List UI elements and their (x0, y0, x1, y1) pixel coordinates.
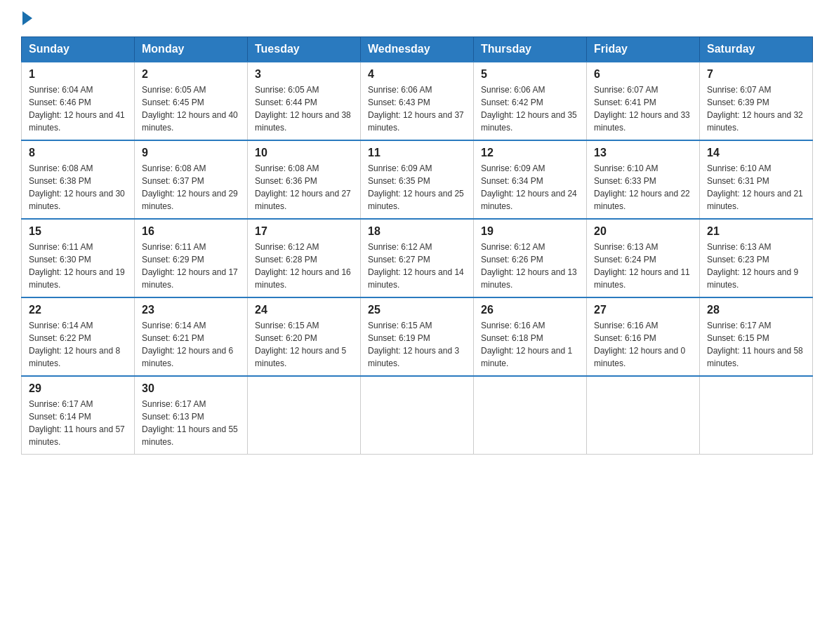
calendar-cell: 29 Sunrise: 6:17 AMSunset: 6:14 PMDaylig… (22, 376, 135, 455)
calendar-cell: 30 Sunrise: 6:17 AMSunset: 6:13 PMDaylig… (135, 376, 248, 455)
calendar-cell: 24 Sunrise: 6:15 AMSunset: 6:20 PMDaylig… (248, 297, 361, 376)
weekday-header-tuesday: Tuesday (248, 37, 361, 62)
day-info: Sunrise: 6:05 AMSunset: 6:44 PMDaylight:… (255, 83, 353, 134)
day-number: 8 (29, 147, 127, 159)
weekday-header-sunday: Sunday (22, 37, 135, 62)
day-number: 25 (368, 304, 466, 316)
calendar-cell: 19 Sunrise: 6:12 AMSunset: 6:26 PMDaylig… (474, 219, 587, 297)
day-number: 12 (481, 147, 579, 159)
calendar-cell: 4 Sunrise: 6:06 AMSunset: 6:43 PMDayligh… (361, 62, 474, 140)
day-info: Sunrise: 6:12 AMSunset: 6:27 PMDaylight:… (368, 241, 466, 291)
calendar-cell: 15 Sunrise: 6:11 AMSunset: 6:30 PMDaylig… (22, 219, 135, 297)
day-info: Sunrise: 6:12 AMSunset: 6:26 PMDaylight:… (481, 241, 579, 291)
day-number: 2 (142, 68, 240, 81)
calendar-cell: 12 Sunrise: 6:09 AMSunset: 6:34 PMDaylig… (474, 140, 587, 219)
calendar-cell: 28 Sunrise: 6:17 AMSunset: 6:15 PMDaylig… (700, 297, 813, 376)
calendar-cell: 18 Sunrise: 6:12 AMSunset: 6:27 PMDaylig… (361, 219, 474, 297)
day-number: 28 (707, 304, 805, 316)
day-info: Sunrise: 6:09 AMSunset: 6:34 PMDaylight:… (481, 162, 579, 213)
day-info: Sunrise: 6:17 AMSunset: 6:15 PMDaylight:… (707, 319, 805, 370)
calendar-cell: 6 Sunrise: 6:07 AMSunset: 6:41 PMDayligh… (587, 62, 700, 140)
day-info: Sunrise: 6:14 AMSunset: 6:22 PMDaylight:… (29, 319, 127, 370)
day-number: 10 (255, 147, 353, 159)
day-info: Sunrise: 6:13 AMSunset: 6:23 PMDaylight:… (707, 241, 805, 291)
day-info: Sunrise: 6:06 AMSunset: 6:43 PMDaylight:… (368, 83, 466, 134)
day-info: Sunrise: 6:08 AMSunset: 6:37 PMDaylight:… (142, 162, 240, 213)
day-number: 1 (29, 68, 127, 81)
day-number: 17 (255, 225, 353, 238)
calendar-cell: 7 Sunrise: 6:07 AMSunset: 6:39 PMDayligh… (700, 62, 813, 140)
calendar-week-row-4: 22 Sunrise: 6:14 AMSunset: 6:22 PMDaylig… (22, 297, 813, 376)
calendar-cell: 1 Sunrise: 6:04 AMSunset: 6:46 PMDayligh… (22, 62, 135, 140)
day-number: 21 (707, 225, 805, 238)
day-number: 27 (594, 304, 692, 316)
weekday-header-wednesday: Wednesday (361, 37, 474, 62)
calendar-week-row-5: 29 Sunrise: 6:17 AMSunset: 6:14 PMDaylig… (22, 376, 813, 455)
calendar-cell: 9 Sunrise: 6:08 AMSunset: 6:37 PMDayligh… (135, 140, 248, 219)
day-number: 3 (255, 68, 353, 81)
calendar-week-row-3: 15 Sunrise: 6:11 AMSunset: 6:30 PMDaylig… (22, 219, 813, 297)
day-info: Sunrise: 6:14 AMSunset: 6:21 PMDaylight:… (142, 319, 240, 370)
weekday-header-friday: Friday (587, 37, 700, 62)
day-number: 13 (594, 147, 692, 159)
weekday-header-row: SundayMondayTuesdayWednesdayThursdayFrid… (22, 37, 813, 62)
day-info: Sunrise: 6:15 AMSunset: 6:19 PMDaylight:… (368, 319, 466, 370)
calendar-cell: 14 Sunrise: 6:10 AMSunset: 6:31 PMDaylig… (700, 140, 813, 219)
calendar-cell: 26 Sunrise: 6:16 AMSunset: 6:18 PMDaylig… (474, 297, 587, 376)
day-info: Sunrise: 6:10 AMSunset: 6:33 PMDaylight:… (594, 162, 692, 213)
day-number: 14 (707, 147, 805, 159)
day-number: 11 (368, 147, 466, 159)
calendar-cell: 22 Sunrise: 6:14 AMSunset: 6:22 PMDaylig… (22, 297, 135, 376)
day-number: 18 (368, 225, 466, 238)
day-info: Sunrise: 6:17 AMSunset: 6:14 PMDaylight:… (29, 398, 127, 448)
logo (21, 14, 32, 22)
calendar-cell: 20 Sunrise: 6:13 AMSunset: 6:24 PMDaylig… (587, 219, 700, 297)
weekday-header-thursday: Thursday (474, 37, 587, 62)
calendar-cell: 27 Sunrise: 6:16 AMSunset: 6:16 PMDaylig… (587, 297, 700, 376)
day-number: 22 (29, 304, 127, 316)
calendar-cell: 25 Sunrise: 6:15 AMSunset: 6:19 PMDaylig… (361, 297, 474, 376)
day-number: 23 (142, 304, 240, 316)
day-info: Sunrise: 6:09 AMSunset: 6:35 PMDaylight:… (368, 162, 466, 213)
day-number: 9 (142, 147, 240, 159)
calendar-cell (474, 376, 587, 455)
calendar-cell (700, 376, 813, 455)
calendar-table: SundayMondayTuesdayWednesdayThursdayFrid… (21, 36, 813, 455)
day-number: 30 (142, 382, 240, 395)
calendar-cell: 5 Sunrise: 6:06 AMSunset: 6:42 PMDayligh… (474, 62, 587, 140)
day-number: 5 (481, 68, 579, 81)
day-info: Sunrise: 6:07 AMSunset: 6:39 PMDaylight:… (707, 83, 805, 134)
day-info: Sunrise: 6:04 AMSunset: 6:46 PMDaylight:… (29, 83, 127, 134)
calendar-cell: 13 Sunrise: 6:10 AMSunset: 6:33 PMDaylig… (587, 140, 700, 219)
calendar-cell: 2 Sunrise: 6:05 AMSunset: 6:45 PMDayligh… (135, 62, 248, 140)
calendar-cell: 8 Sunrise: 6:08 AMSunset: 6:38 PMDayligh… (22, 140, 135, 219)
day-info: Sunrise: 6:16 AMSunset: 6:18 PMDaylight:… (481, 319, 579, 370)
day-number: 6 (594, 68, 692, 81)
day-number: 24 (255, 304, 353, 316)
page-header (21, 14, 813, 22)
day-number: 16 (142, 225, 240, 238)
day-info: Sunrise: 6:11 AMSunset: 6:30 PMDaylight:… (29, 241, 127, 291)
day-info: Sunrise: 6:11 AMSunset: 6:29 PMDaylight:… (142, 241, 240, 291)
calendar-cell (248, 376, 361, 455)
calendar-cell (361, 376, 474, 455)
day-number: 7 (707, 68, 805, 81)
day-info: Sunrise: 6:13 AMSunset: 6:24 PMDaylight:… (594, 241, 692, 291)
day-number: 4 (368, 68, 466, 81)
day-info: Sunrise: 6:07 AMSunset: 6:41 PMDaylight:… (594, 83, 692, 134)
weekday-header-monday: Monday (135, 37, 248, 62)
calendar-cell: 21 Sunrise: 6:13 AMSunset: 6:23 PMDaylig… (700, 219, 813, 297)
calendar-cell: 11 Sunrise: 6:09 AMSunset: 6:35 PMDaylig… (361, 140, 474, 219)
day-info: Sunrise: 6:16 AMSunset: 6:16 PMDaylight:… (594, 319, 692, 370)
logo-triangle-icon (22, 11, 32, 25)
calendar-week-row-1: 1 Sunrise: 6:04 AMSunset: 6:46 PMDayligh… (22, 62, 813, 140)
day-info: Sunrise: 6:15 AMSunset: 6:20 PMDaylight:… (255, 319, 353, 370)
day-info: Sunrise: 6:12 AMSunset: 6:28 PMDaylight:… (255, 241, 353, 291)
day-number: 19 (481, 225, 579, 238)
day-info: Sunrise: 6:08 AMSunset: 6:36 PMDaylight:… (255, 162, 353, 213)
day-number: 20 (594, 225, 692, 238)
calendar-cell: 10 Sunrise: 6:08 AMSunset: 6:36 PMDaylig… (248, 140, 361, 219)
calendar-week-row-2: 8 Sunrise: 6:08 AMSunset: 6:38 PMDayligh… (22, 140, 813, 219)
calendar-cell: 23 Sunrise: 6:14 AMSunset: 6:21 PMDaylig… (135, 297, 248, 376)
day-info: Sunrise: 6:06 AMSunset: 6:42 PMDaylight:… (481, 83, 579, 134)
